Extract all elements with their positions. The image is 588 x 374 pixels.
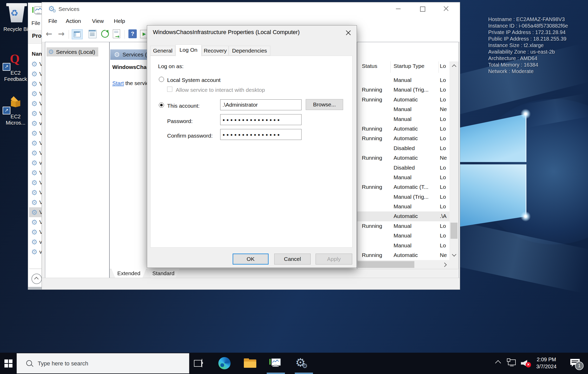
log-on-as-label: Log on as:: [158, 63, 184, 69]
start-service-link[interactable]: Start: [112, 80, 124, 86]
toolbar-label[interactable]: Pro: [32, 33, 42, 39]
horizontal-scrollbar[interactable]: [357, 260, 459, 269]
collapse-button[interactable]: [31, 274, 42, 284]
table-row[interactable]: ManualLo: [357, 173, 449, 182]
table-row[interactable]: DisabledLo: [357, 144, 449, 153]
column-header-startup[interactable]: Startup Type: [394, 63, 424, 69]
table-cell: Running: [362, 252, 382, 258]
table-row[interactable]: RunningAutomaticLo: [357, 134, 449, 143]
table-row[interactable]: ManualLo: [357, 231, 449, 241]
table-cell: Automatic: [394, 213, 418, 219]
forward-arrow-icon[interactable]: →: [58, 29, 64, 38]
open-app-indicator: [295, 373, 313, 374]
start-button[interactable]: [0, 353, 17, 374]
gear-icon: ⚙: [31, 209, 37, 216]
radio-this-account-label[interactable]: This account:: [167, 103, 200, 109]
column-separator[interactable]: [439, 61, 439, 73]
table-row[interactable]: ManualLo: [357, 202, 449, 211]
tab-extended[interactable]: Extended: [112, 269, 146, 278]
column-header-status[interactable]: Status: [362, 63, 377, 69]
scrollbar-thumb[interactable]: [358, 261, 414, 268]
column-separator[interactable]: [390, 61, 391, 73]
minimize-button[interactable]: [392, 4, 404, 13]
volume-muted-icon[interactable]: ×: [521, 359, 531, 367]
tab-dependencies[interactable]: Dependencies: [229, 46, 270, 56]
scrollbar-thumb[interactable]: [450, 223, 458, 239]
cancel-button[interactable]: Cancel: [274, 254, 311, 265]
gear-icon: ⚙: [31, 150, 37, 157]
console-tree-pane: ⚙ Services (Local): [45, 42, 109, 279]
radio-local-system[interactable]: [159, 77, 164, 82]
table-row[interactable]: RunningAutomaticLo: [357, 124, 449, 134]
performance-monitor-icon: [32, 7, 43, 14]
clock[interactable]: 2:09 PM 3/7/2024: [533, 356, 559, 370]
checkbox-allow-desktop[interactable]: [167, 87, 172, 92]
chevron-up-icon: [452, 65, 456, 69]
ok-button[interactable]: OK: [233, 254, 269, 265]
password-field[interactable]: [220, 114, 302, 125]
export-list-icon[interactable]: →: [113, 29, 120, 38]
back-arrow-icon[interactable]: ←: [46, 29, 52, 38]
column-header-name[interactable]: Nan: [32, 51, 42, 57]
table-row[interactable]: ManualLo: [357, 75, 449, 85]
tree-item-services-local[interactable]: ⚙ Services (Local): [47, 47, 98, 56]
tab-log-on[interactable]: Log On: [175, 44, 201, 56]
gear-icon: ⚙: [31, 229, 37, 236]
column-header-logon[interactable]: Lo: [440, 63, 446, 69]
notification-badge[interactable]: 1: [575, 362, 584, 370]
tab-recovery[interactable]: Recovery: [202, 46, 228, 56]
gear-icon: ⚙: [31, 70, 37, 78]
radio-local-system-label[interactable]: Local System account: [167, 77, 220, 83]
network-icon[interactable]: [507, 359, 516, 367]
close-button[interactable]: [440, 4, 452, 13]
table-cell: Lo: [440, 242, 446, 249]
dialog-close-button[interactable]: [343, 28, 354, 38]
table-row[interactable]: RunningAutomaticNe: [357, 153, 449, 163]
account-field[interactable]: [220, 99, 302, 110]
maximize-button[interactable]: [416, 4, 428, 13]
radio-this-account[interactable]: [159, 102, 164, 108]
scroll-right-button[interactable]: [440, 260, 449, 269]
tab-general[interactable]: General: [150, 46, 175, 56]
table-row[interactable]: ManualLo: [357, 241, 449, 250]
taskbar-search[interactable]: [17, 353, 189, 373]
services-taskbar-icon[interactable]: ⚙⚙: [295, 356, 309, 370]
table-row[interactable]: Manual (Trig...Lo: [357, 192, 449, 202]
table-row[interactable]: RunningAutomaticLo: [357, 95, 449, 105]
service-description: Start the service: [112, 80, 150, 86]
menu-action[interactable]: Action: [66, 18, 81, 24]
task-view-icon[interactable]: [194, 359, 204, 368]
menu-file[interactable]: File: [48, 18, 57, 24]
table-row[interactable]: DisabledLo: [357, 163, 449, 173]
table-row[interactable]: ManualLo: [357, 114, 449, 124]
menu-file[interactable]: File: [31, 20, 40, 26]
menu-view[interactable]: View: [92, 18, 104, 24]
table-cell: Lo: [440, 77, 446, 83]
properties-icon[interactable]: [89, 30, 96, 38]
browse-button[interactable]: Browse...: [306, 99, 343, 110]
refresh-icon[interactable]: [101, 30, 109, 38]
table-row[interactable]: RunningManualLo: [357, 221, 449, 231]
show-console-tree-icon[interactable]: [72, 29, 83, 39]
edge-browser-icon[interactable]: [218, 357, 231, 369]
tray-chevron-up-icon[interactable]: [495, 360, 501, 366]
table-row[interactable]: RunningManual (Trig...Lo: [357, 85, 449, 95]
gear-icon: ⚙: [31, 130, 37, 137]
table-row[interactable]: Automatic.\A: [357, 211, 449, 221]
table-row[interactable]: RunningAutomatic (T...Lo: [357, 182, 449, 192]
menu-help[interactable]: Help: [114, 18, 125, 24]
confirm-password-field[interactable]: [220, 129, 302, 140]
performance-monitor-taskbar-icon[interactable]: [269, 358, 280, 366]
table-row[interactable]: ManualNe: [357, 105, 449, 114]
vertical-scrollbar[interactable]: [449, 61, 459, 260]
help-icon[interactable]: ?: [128, 29, 137, 38]
gear-icon: ⚙: [31, 140, 37, 147]
scroll-up-button[interactable]: [449, 61, 459, 71]
search-input[interactable]: [37, 353, 184, 374]
table-cell: Running: [362, 155, 382, 161]
tab-standard[interactable]: Standard: [147, 269, 179, 278]
scroll-down-button[interactable]: [449, 251, 459, 260]
table-row[interactable]: RunningAutomaticNe: [357, 250, 449, 260]
file-explorer-icon[interactable]: [244, 358, 256, 368]
properties-dialog[interactable]: WindowsChaosInfrastructure Properties (L…: [147, 25, 357, 268]
